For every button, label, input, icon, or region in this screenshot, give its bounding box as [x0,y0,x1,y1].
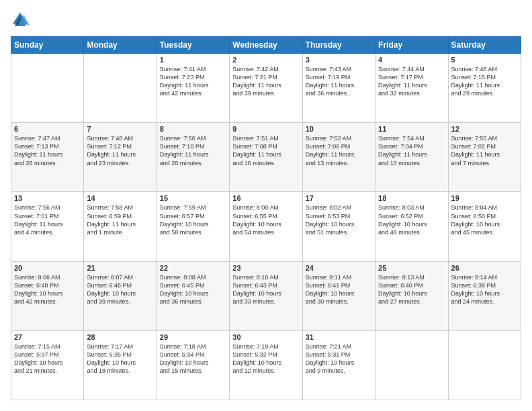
day-number: 22 [160,264,226,272]
calendar-week-row: 6Sunrise: 7:47 AM Sunset: 7:13 PM Daylig… [11,123,521,192]
day-number: 4 [378,56,445,64]
cell-content: Sunrise: 7:54 AM Sunset: 7:04 PM Dayligh… [378,134,445,167]
cell-content: Sunrise: 7:50 AM Sunset: 7:10 PM Dayligh… [160,134,226,167]
cell-content: Sunrise: 7:44 AM Sunset: 7:17 PM Dayligh… [378,65,445,98]
calendar-cell: 29Sunrise: 7:18 AM Sunset: 5:34 PM Dayli… [157,330,229,400]
calendar-cell: 26Sunrise: 8:14 AM Sunset: 6:38 PM Dayli… [448,261,521,330]
cell-content: Sunrise: 7:47 AM Sunset: 7:13 PM Dayligh… [14,134,81,167]
day-number: 6 [14,125,81,133]
cell-content: Sunrise: 7:52 AM Sunset: 7:06 PM Dayligh… [306,134,372,167]
cell-content: Sunrise: 8:11 AM Sunset: 6:41 PM Dayligh… [306,273,372,306]
day-number: 17 [306,194,372,202]
calendar-cell: 11Sunrise: 7:54 AM Sunset: 7:04 PM Dayli… [375,123,448,192]
calendar-cell: 4Sunrise: 7:44 AM Sunset: 7:17 PM Daylig… [375,54,448,123]
cell-content: Sunrise: 8:14 AM Sunset: 6:38 PM Dayligh… [451,273,518,306]
calendar-cell: 28Sunrise: 7:17 AM Sunset: 5:35 PM Dayli… [84,330,157,400]
cell-content: Sunrise: 8:04 AM Sunset: 6:50 PM Dayligh… [451,203,518,236]
cell-content: Sunrise: 8:02 AM Sunset: 6:53 PM Dayligh… [306,203,372,236]
cell-content: Sunrise: 7:18 AM Sunset: 5:34 PM Dayligh… [160,342,226,375]
cell-content: Sunrise: 8:00 AM Sunset: 6:55 PM Dayligh… [232,203,299,236]
day-number: 2 [232,56,299,64]
calendar-cell [448,330,521,400]
calendar-cell: 21Sunrise: 8:07 AM Sunset: 6:46 PM Dayli… [84,261,157,330]
calendar-cell: 7Sunrise: 7:48 AM Sunset: 7:12 PM Daylig… [84,123,157,192]
calendar-cell: 15Sunrise: 7:59 AM Sunset: 6:57 PM Dayli… [157,192,229,261]
calendar-cell: 13Sunrise: 7:56 AM Sunset: 7:01 PM Dayli… [11,192,84,261]
calendar-cell: 10Sunrise: 7:52 AM Sunset: 7:06 PM Dayli… [302,123,375,192]
day-number: 24 [306,264,372,272]
calendar-cell: 22Sunrise: 8:08 AM Sunset: 6:45 PM Dayli… [157,261,229,330]
cell-content: Sunrise: 7:19 AM Sunset: 5:32 PM Dayligh… [232,342,299,375]
day-number: 25 [378,264,445,272]
calendar-cell: 16Sunrise: 8:00 AM Sunset: 6:55 PM Dayli… [230,192,302,261]
calendar-week-row: 13Sunrise: 7:56 AM Sunset: 7:01 PM Dayli… [11,192,521,261]
day-number: 19 [451,194,518,202]
calendar-cell [84,54,157,123]
calendar-week-row: 20Sunrise: 8:06 AM Sunset: 6:48 PM Dayli… [11,261,521,330]
calendar-header-thursday: Thursday [302,37,375,54]
day-number: 13 [14,194,81,202]
cell-content: Sunrise: 7:21 AM Sunset: 5:31 PM Dayligh… [306,342,372,375]
day-number: 11 [378,125,445,133]
day-number: 8 [160,125,226,133]
calendar-cell: 23Sunrise: 8:10 AM Sunset: 6:43 PM Dayli… [230,261,302,330]
day-number: 1 [160,56,226,64]
cell-content: Sunrise: 7:43 AM Sunset: 7:19 PM Dayligh… [306,65,372,98]
calendar-week-row: 1Sunrise: 7:41 AM Sunset: 7:23 PM Daylig… [11,54,521,123]
cell-content: Sunrise: 8:10 AM Sunset: 6:43 PM Dayligh… [232,273,299,306]
cell-content: Sunrise: 8:03 AM Sunset: 6:52 PM Dayligh… [378,203,445,236]
calendar-cell [375,330,448,400]
calendar-cell: 3Sunrise: 7:43 AM Sunset: 7:19 PM Daylig… [302,54,375,123]
day-number: 10 [306,125,372,133]
cell-content: Sunrise: 7:48 AM Sunset: 7:12 PM Dayligh… [87,134,153,167]
day-number: 31 [306,333,372,341]
logo [11,11,31,30]
cell-content: Sunrise: 7:59 AM Sunset: 6:57 PM Dayligh… [160,203,226,236]
calendar-cell [11,54,84,123]
cell-content: Sunrise: 8:06 AM Sunset: 6:48 PM Dayligh… [14,273,81,306]
calendar-header-tuesday: Tuesday [157,37,229,54]
cell-content: Sunrise: 7:56 AM Sunset: 7:01 PM Dayligh… [14,203,81,236]
cell-content: Sunrise: 8:07 AM Sunset: 6:46 PM Dayligh… [87,273,153,306]
day-number: 23 [232,264,299,272]
calendar-header-row: SundayMondayTuesdayWednesdayThursdayFrid… [11,37,521,54]
day-number: 16 [232,194,299,202]
day-number: 14 [87,194,153,202]
calendar-cell: 20Sunrise: 8:06 AM Sunset: 6:48 PM Dayli… [11,261,84,330]
cell-content: Sunrise: 7:15 AM Sunset: 5:37 PM Dayligh… [14,342,81,375]
calendar-cell: 2Sunrise: 7:42 AM Sunset: 7:21 PM Daylig… [230,54,302,123]
calendar-cell: 31Sunrise: 7:21 AM Sunset: 5:31 PM Dayli… [302,330,375,400]
calendar-cell: 1Sunrise: 7:41 AM Sunset: 7:23 PM Daylig… [157,54,229,123]
calendar-cell: 25Sunrise: 8:13 AM Sunset: 6:40 PM Dayli… [375,261,448,330]
day-number: 21 [87,264,153,272]
calendar-header-friday: Friday [375,37,448,54]
calendar-header-wednesday: Wednesday [230,37,302,54]
calendar-cell: 24Sunrise: 8:11 AM Sunset: 6:41 PM Dayli… [302,261,375,330]
calendar-cell: 19Sunrise: 8:04 AM Sunset: 6:50 PM Dayli… [448,192,521,261]
calendar-cell: 12Sunrise: 7:55 AM Sunset: 7:02 PM Dayli… [448,123,521,192]
cell-content: Sunrise: 8:13 AM Sunset: 6:40 PM Dayligh… [378,273,445,306]
calendar-cell: 9Sunrise: 7:51 AM Sunset: 7:08 PM Daylig… [230,123,302,192]
day-number: 9 [232,125,299,133]
day-number: 20 [14,264,81,272]
cell-content: Sunrise: 7:46 AM Sunset: 7:15 PM Dayligh… [451,65,518,98]
day-number: 12 [451,125,518,133]
header [11,11,521,30]
calendar-cell: 8Sunrise: 7:50 AM Sunset: 7:10 PM Daylig… [157,123,229,192]
day-number: 3 [306,56,372,64]
calendar-table: SundayMondayTuesdayWednesdayThursdayFrid… [11,36,521,400]
cell-content: Sunrise: 7:51 AM Sunset: 7:08 PM Dayligh… [232,134,299,167]
calendar-cell: 17Sunrise: 8:02 AM Sunset: 6:53 PM Dayli… [302,192,375,261]
day-number: 7 [87,125,153,133]
cell-content: Sunrise: 7:17 AM Sunset: 5:35 PM Dayligh… [87,342,153,375]
day-number: 29 [160,333,226,341]
calendar-week-row: 27Sunrise: 7:15 AM Sunset: 5:37 PM Dayli… [11,330,521,400]
day-number: 18 [378,194,445,202]
calendar-header-saturday: Saturday [448,37,521,54]
cell-content: Sunrise: 7:55 AM Sunset: 7:02 PM Dayligh… [451,134,518,167]
day-number: 27 [14,333,81,341]
calendar-cell: 27Sunrise: 7:15 AM Sunset: 5:37 PM Dayli… [11,330,84,400]
calendar-header-monday: Monday [84,37,157,54]
calendar-header-sunday: Sunday [11,37,84,54]
page: SundayMondayTuesdayWednesdayThursdayFrid… [0,0,532,411]
